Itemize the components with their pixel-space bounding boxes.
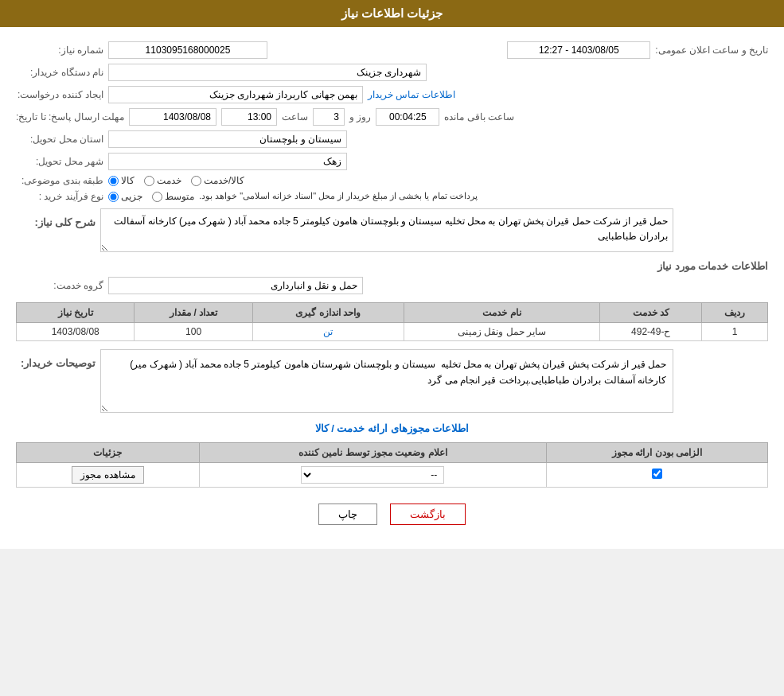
col-header-amount: تعداد / مقدار xyxy=(135,303,252,323)
need-number-input[interactable] xyxy=(108,41,267,59)
permit-status-cell: -- xyxy=(199,463,546,488)
radio-item-medium[interactable]: متوسط xyxy=(152,191,194,202)
bottom-buttons-area: بازگشت چاپ xyxy=(16,504,768,525)
remaining-input[interactable] xyxy=(376,108,439,126)
cell-name: سایر حمل ونقل زمینی xyxy=(404,323,600,341)
cell-unit: تن xyxy=(252,323,404,341)
table-row: 1 ح-49-492 سایر حمل ونقل زمینی تن 100 14… xyxy=(17,323,768,341)
time-label: ساعت xyxy=(282,111,308,122)
permit-required-checkbox[interactable] xyxy=(652,469,662,479)
back-button[interactable]: بازگشت xyxy=(390,504,466,525)
cell-row: 1 xyxy=(702,323,768,341)
radio-label-medium: متوسط xyxy=(165,191,194,202)
permit-col-status: اعلام وضعیت مجوز توسط نامین کننده xyxy=(199,443,546,463)
col-header-date: تاریخ نیاز xyxy=(17,303,135,323)
buyer-notes-textarea[interactable] xyxy=(100,349,673,413)
cell-date: 1403/08/08 xyxy=(17,323,135,341)
radio-item-goods[interactable]: کالا xyxy=(108,175,135,186)
col-header-code: کد خدمت xyxy=(600,303,702,323)
radio-label-service: خدمت xyxy=(157,175,181,186)
province-label: استان محل تحویل: xyxy=(16,134,103,145)
deadline-date-input[interactable] xyxy=(129,108,216,126)
radio-label-minor: جزیی xyxy=(121,191,142,202)
announcement-value-input[interactable] xyxy=(507,41,650,59)
cell-amount: 100 xyxy=(135,323,252,341)
services-section-title: اطلاعات خدمات مورد نیاز xyxy=(16,260,768,272)
city-label: شهر محل تحویل: xyxy=(16,156,103,167)
remaining-label: ساعت باقی مانده xyxy=(444,111,514,122)
radio-item-minor[interactable]: جزیی xyxy=(108,191,142,202)
creator-input[interactable] xyxy=(108,86,363,103)
permits-section-title: اطلاعات مجوزهای ارائه خدمت / کالا xyxy=(16,422,768,434)
need-number-label: شماره نیاز: xyxy=(16,45,103,56)
announcement-label: تاریخ و ساعت اعلان عمومی: xyxy=(655,45,768,56)
radio-minor[interactable] xyxy=(108,192,119,202)
services-table: ردیف کد خدمت نام خدمت واحد اندازه گیری ت… xyxy=(16,302,768,341)
page-header: جزئیات اطلاعات نیاز xyxy=(0,0,784,27)
permits-table-section: الزامی بودن ارائه مجوز اعلام وضعیت مجوز … xyxy=(16,442,768,488)
radio-goods[interactable] xyxy=(108,176,119,186)
permit-col-required: الزامی بودن ارائه مجوز xyxy=(546,443,767,463)
buyer-org-input[interactable] xyxy=(108,64,427,81)
radio-medium[interactable] xyxy=(152,192,162,202)
contact-link[interactable]: اطلاعات تماس خریدار xyxy=(368,89,455,100)
days-label: روز و xyxy=(349,111,371,122)
radio-label-goods-service: کالا/خدمت xyxy=(204,175,244,186)
category-radio-group: کالا/خدمت خدمت کالا xyxy=(108,175,244,186)
cell-code: ح-49-492 xyxy=(600,323,702,341)
col-header-row: ردیف xyxy=(702,303,768,323)
service-group-input[interactable] xyxy=(108,277,363,294)
service-group-label: گروه خدمت: xyxy=(16,280,103,291)
process-label: نوع فرآیند خرید : xyxy=(16,191,103,202)
page-title: جزئیات اطلاعات نیاز xyxy=(341,6,443,20)
time-input[interactable] xyxy=(221,108,277,126)
permits-table: الزامی بودن ارائه مجوز اعلام وضعیت مجوز … xyxy=(16,442,768,488)
permit-details-cell: مشاهده مجوز xyxy=(17,463,200,488)
general-desc-textarea[interactable] xyxy=(100,208,673,252)
process-radio-group: متوسط جزیی xyxy=(108,191,194,202)
city-input[interactable] xyxy=(108,153,347,170)
buyer-org-label: نام دستگاه خریدار: xyxy=(16,67,103,78)
permit-row: -- مشاهده مجوز xyxy=(17,463,768,488)
general-desc-label: شرح کلی نیاز: xyxy=(16,216,96,228)
category-label: طبقه بندی موضوعی: xyxy=(16,175,103,186)
days-input[interactable] xyxy=(313,108,345,126)
unit-link[interactable]: تن xyxy=(323,326,333,337)
permit-col-details: جزئیات xyxy=(17,443,200,463)
col-header-name: نام خدمت xyxy=(404,303,600,323)
page-container: جزئیات اطلاعات نیاز تاریخ و ساعت اعلان ع… xyxy=(0,0,784,549)
view-permit-button[interactable]: مشاهده مجوز xyxy=(72,466,143,484)
radio-service[interactable] xyxy=(144,176,154,186)
buyer-notes-label: توصیحات خریدار: xyxy=(16,357,96,369)
permit-status-select[interactable]: -- xyxy=(301,466,444,484)
deadline-label: مهلت ارسال پاسخ: تا تاریخ: xyxy=(16,111,124,122)
services-table-section: ردیف کد خدمت نام خدمت واحد اندازه گیری ت… xyxy=(16,302,768,341)
process-desc: پرداخت تمام یا بخشی از مبلغ خریدار از مح… xyxy=(199,191,478,201)
province-input[interactable] xyxy=(108,130,347,148)
col-header-unit: واحد اندازه گیری xyxy=(252,303,404,323)
radio-goods-service[interactable] xyxy=(191,176,201,186)
radio-item-goods-service[interactable]: کالا/خدمت xyxy=(191,175,244,186)
radio-item-service[interactable]: خدمت xyxy=(144,175,181,186)
content-area: تاریخ و ساعت اعلان عمومی: شماره نیاز: نا… xyxy=(0,27,784,549)
permit-required-cell xyxy=(546,463,767,488)
print-button[interactable]: چاپ xyxy=(318,504,377,525)
radio-label-goods: کالا xyxy=(121,175,135,186)
creator-label: ایجاد کننده درخواست: xyxy=(16,89,103,100)
